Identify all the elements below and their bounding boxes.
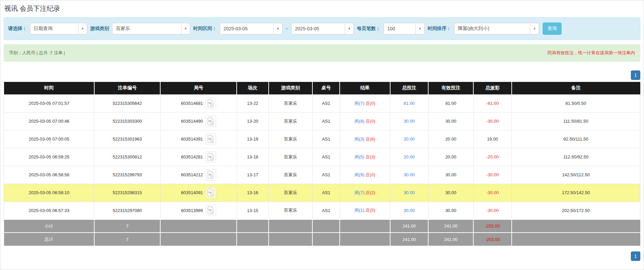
cell-table-no: AS1 (312, 94, 340, 112)
cell-payout: -30.00 (473, 112, 511, 130)
cell-valid-bet: 81.00 (428, 94, 473, 112)
cell-valid-bet: 30.00 (428, 202, 473, 219)
footer-empty-cell (512, 219, 640, 233)
page-size-select[interactable]: 100 ▼ (383, 23, 425, 34)
footer-empty-cell (340, 219, 390, 233)
betting-records-table: 时间注单编号局号场次游戏类别桌号结果总投注有效投注总派彩备注 2025-03-0… (4, 82, 640, 246)
date-to-value: 2025-03-05 (292, 26, 323, 31)
video-replay-button[interactable] (205, 116, 216, 127)
search-button[interactable]: 查询 (543, 23, 562, 35)
round-id-value: 603513989 (181, 208, 203, 213)
query-type-select[interactable]: 日期查询 ▼ (30, 23, 87, 34)
result-banker: 庄(2) (366, 190, 375, 195)
video-replay-button[interactable] (205, 187, 216, 199)
cell-valid-bet: 20.00 (428, 148, 473, 166)
footer-empty-cell (512, 233, 640, 246)
video-record-icon (207, 171, 214, 179)
cell-total-bet[interactable]: 81.00 (390, 94, 428, 112)
cell-table-no: AS1 (312, 184, 340, 202)
cell-total-bet[interactable]: 30.00 (390, 184, 428, 202)
page-size-value: 100 (384, 26, 398, 31)
date-range-separator: ~ (285, 26, 288, 31)
column-header: 备注 (512, 82, 640, 94)
cell-total-bet[interactable]: 30.00 (390, 202, 428, 219)
game-category-select[interactable]: 百家乐 ▼ (112, 23, 190, 34)
video-replay-button[interactable] (205, 151, 216, 163)
summary-bar: 币别：人民币 | 总共 :7 注单 | 同局有效投注，统一计算在该局第一张注单内 (4, 44, 640, 62)
cell-total-bet[interactable]: 30.00 (390, 112, 428, 130)
column-header: 总投注 (390, 82, 428, 94)
query-type-value: 日期查询 (30, 26, 56, 32)
cell-total-bet[interactable]: 20.00 (390, 148, 428, 166)
column-header: 注单编号 (94, 82, 161, 94)
cell-session: 13-16 (237, 184, 269, 202)
video-replay-button[interactable] (205, 133, 216, 145)
result-player: 闲(7) (354, 101, 364, 106)
round-id-value: 603514681 (181, 101, 203, 106)
table-row: 2025-03-05 06:58:58522315299793603514212… (4, 166, 640, 184)
page-1-button[interactable]: 1 (631, 251, 640, 261)
cell-bet-id: 522315299793 (94, 166, 161, 184)
result-player: 闲(1) (354, 208, 364, 213)
video-replay-button[interactable] (205, 169, 216, 181)
cell-payout: -30.00 (473, 202, 511, 219)
column-header: 结果 (340, 82, 390, 94)
cell-valid-bet: 30.00 (428, 166, 473, 184)
cell-result: 闲(7) 庄(2) (340, 184, 390, 202)
cell-session: 13-17 (237, 166, 269, 184)
betting-records-page: 视讯 会员下注纪录 请选择： 日期查询 ▼ 游戏类别 百家乐 ▼ 时间区间： 2… (0, 0, 644, 261)
cell-bet-id: 522315305642 (94, 94, 161, 112)
cell-time: 2025-03-05 06:58:58 (4, 166, 94, 184)
cell-session: 13-20 (237, 112, 269, 130)
cell-game-category: 百家乐 (269, 112, 312, 130)
video-replay-button[interactable] (205, 205, 216, 216)
cell-table-no: AS1 (312, 148, 340, 166)
footer-valid-bet: 241.00 (428, 219, 473, 233)
cell-payout: -30.00 (473, 184, 511, 202)
round-id-value: 603514490 (181, 119, 203, 124)
cell-bet-id: 522315300812 (94, 148, 161, 166)
cell-session: 13-15 (237, 202, 269, 219)
footer-count: 7 (94, 233, 161, 246)
result-player: 闲(9) (354, 172, 364, 177)
column-header: 有效投注 (428, 82, 473, 94)
table-row: 2025-03-05 06:58:10522315298315603514091… (4, 184, 640, 202)
cell-time: 2025-03-05 07:00:05 (4, 130, 94, 148)
video-replay-button[interactable] (205, 98, 216, 109)
cell-valid-bet: 30.00 (428, 184, 473, 202)
cell-total-bet[interactable]: 30.00 (390, 166, 428, 184)
cell-remark: 111.50/81.50 (512, 112, 640, 130)
date-to-select[interactable]: 2025-03-05 ▼ (291, 23, 354, 34)
footer-empty-cell (160, 219, 237, 233)
footer-label: 小计 (4, 219, 94, 233)
cell-remark: 142.50/112.50 (512, 166, 640, 184)
cell-game-category: 百家乐 (269, 94, 312, 112)
table-row: 2025-03-05 06:57:33522315297080603513989… (4, 202, 640, 219)
cell-table-no: AS1 (312, 202, 340, 219)
cell-remark: 81.50/0.50 (512, 94, 640, 112)
time-order-select[interactable]: 降冪(由大到小) ▼ (454, 23, 539, 34)
cell-result: 闲(5) 庄(3) (340, 148, 390, 166)
footer-empty-cell (237, 219, 269, 233)
cell-remark: 172.50/142.50 (512, 184, 640, 202)
grand-total-row: 总计7241.00241.00-202.00 (4, 233, 640, 246)
footer-total-bet: 241.00 (390, 219, 428, 233)
game-category-value: 百家乐 (112, 26, 133, 32)
cell-session: 13-22 (237, 94, 269, 112)
cell-result: 闲(1) 庄(5) (340, 202, 390, 219)
footer-payout: -202.00 (473, 219, 511, 233)
chevron-down-icon: ▼ (345, 23, 353, 34)
video-record-icon (207, 188, 214, 197)
cell-result: 闲(8) 庄(0) (340, 112, 390, 130)
cell-total-bet[interactable]: 20.00 (390, 130, 428, 148)
pagination-bottom: 1 (4, 251, 640, 261)
date-from-select[interactable]: 2025-03-05 ▼ (220, 23, 282, 34)
column-header: 时间 (4, 82, 94, 94)
column-header: 桌号 (312, 82, 340, 94)
result-player: 闲(5) (354, 154, 364, 159)
cell-time: 2025-03-05 06:59:25 (4, 148, 94, 166)
cell-bet-id: 522315303300 (94, 112, 161, 130)
cell-valid-bet: 30.00 (428, 112, 473, 130)
result-banker: 庄(3) (366, 154, 375, 159)
page-1-button[interactable]: 1 (631, 70, 640, 80)
